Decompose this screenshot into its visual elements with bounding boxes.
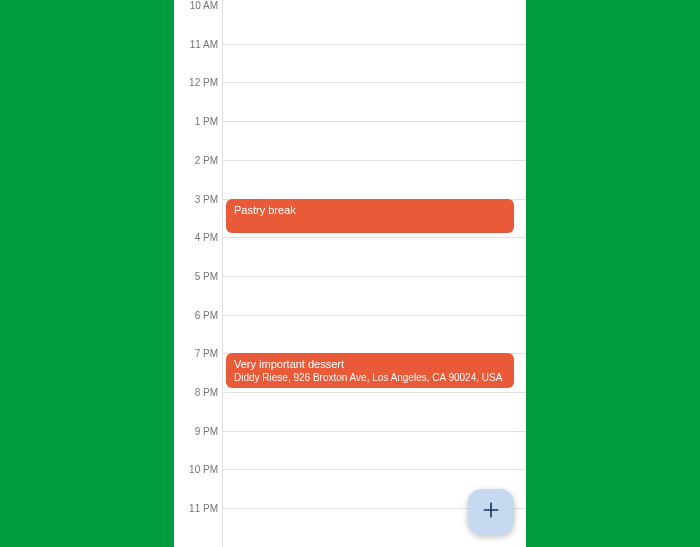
hour-label: 7 PM (174, 348, 218, 359)
calendar-grid[interactable]: 10 AM11 AM12 PM1 PM2 PM3 PM4 PM5 PM6 PM7… (174, 0, 526, 547)
hour-gridline (222, 82, 526, 83)
hour-label: 6 PM (174, 309, 218, 320)
hour-gridline (222, 276, 526, 277)
calendar-event[interactable]: Very important dessertDiddy Riese, 926 B… (226, 353, 514, 388)
calendar-day-view: 10 AM11 AM12 PM1 PM2 PM3 PM4 PM5 PM6 PM7… (174, 0, 526, 547)
event-location: Diddy Riese, 926 Broxton Ave, Los Angele… (234, 371, 506, 384)
plus-icon (481, 500, 501, 524)
hour-label: 2 PM (174, 154, 218, 165)
hour-label: 12 PM (174, 77, 218, 88)
hour-label: 11 PM (174, 503, 218, 514)
calendar-event[interactable]: Pastry break (226, 199, 514, 234)
hour-gridline (222, 237, 526, 238)
hour-label: 10 AM (174, 0, 218, 11)
hour-gridline (222, 160, 526, 161)
add-event-button[interactable] (468, 489, 514, 535)
hour-gridline (222, 121, 526, 122)
hour-label: 8 PM (174, 387, 218, 398)
hour-gridline (222, 392, 526, 393)
hour-label: 9 PM (174, 425, 218, 436)
hour-label: 4 PM (174, 232, 218, 243)
hour-label: 11 AM (174, 38, 218, 49)
hour-gridline (222, 5, 526, 6)
hour-label: 3 PM (174, 193, 218, 204)
event-title: Pastry break (234, 203, 506, 217)
hour-gridline (222, 469, 526, 470)
hour-label: 5 PM (174, 270, 218, 281)
hour-gridline (222, 44, 526, 45)
event-title: Very important dessert (234, 357, 506, 371)
hour-gridline (222, 315, 526, 316)
hour-gridline (222, 431, 526, 432)
hour-label: 1 PM (174, 116, 218, 127)
hour-label: 10 PM (174, 464, 218, 475)
